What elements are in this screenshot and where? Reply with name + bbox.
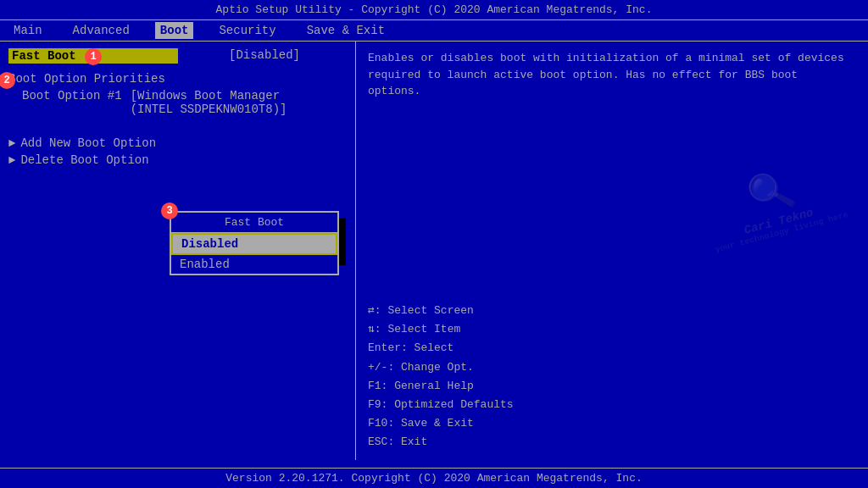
fast-boot-row[interactable]: Fast Boot [Disabled]	[8, 48, 347, 64]
menu-save-exit[interactable]: Save & Exit	[302, 22, 390, 39]
delete-boot-option[interactable]: ► Delete Boot Option	[8, 153, 347, 167]
key-f1: F1: General Help	[368, 377, 856, 396]
watermark-icon: 🔍	[743, 164, 799, 220]
bottom-bar: Version 2.20.1271. Copyright (C) 2020 Am…	[0, 468, 868, 488]
delete-boot-label[interactable]: Delete Boot Option	[20, 153, 148, 167]
add-boot-option[interactable]: ► Add New Boot Option	[8, 136, 347, 150]
boot-option1-row: Boot Option #1 [Windows Boot Manager(INT…	[22, 89, 347, 116]
arrow-add-icon: ►	[8, 136, 15, 150]
menu-main[interactable]: Main	[8, 22, 47, 39]
badge-1: 1	[85, 48, 102, 65]
title-text: Aptio Setup Utility - Copyright (C) 2020…	[216, 3, 653, 16]
key-esc: ESC: Exit	[368, 433, 856, 452]
fast-boot-value: [Disabled]	[229, 48, 300, 62]
key-enter: Enter: Select	[368, 339, 856, 358]
key-select-screen: ⇄: Select Screen	[368, 302, 856, 320]
key-select-item: ⇅: Select Item	[368, 320, 856, 339]
boot-option1-label: Boot Option #1	[22, 89, 122, 116]
key-f9: F9: Optimized Defaults	[368, 396, 856, 414]
popup-option-disabled[interactable]: Disabled	[171, 233, 337, 255]
menu-bar: Main Advanced Boot Security Save & Exit	[0, 20, 868, 42]
title-bar: Aptio Setup Utility - Copyright (C) 2020…	[0, 0, 868, 20]
key-f10: F10: Save & Exit	[368, 414, 856, 433]
boot-option1-value: [Windows Boot Manager(INTEL SSDPEKNW010T…	[131, 89, 287, 116]
menu-advanced[interactable]: Advanced	[68, 22, 135, 39]
popup-overlay: 3 Fast Boot Disabled Enabled	[170, 211, 339, 275]
bottom-text: Version 2.20.1271. Copyright (C) 2020 Am…	[225, 472, 642, 485]
badge-3: 3	[161, 202, 178, 219]
key-change-opt: +/-: Change Opt.	[368, 358, 856, 377]
menu-boot[interactable]: Boot	[155, 22, 194, 39]
popup-option-enabled[interactable]: Enabled	[171, 255, 337, 274]
main-content: 1 2 Fast Boot [Disabled] Boot Option Pri…	[0, 42, 868, 460]
watermark-tagline: your technology living here	[714, 210, 849, 255]
popup-box: 3 Fast Boot Disabled Enabled	[170, 211, 339, 275]
arrow-delete-icon: ►	[8, 153, 15, 167]
key-help: ⇄: Select Screen ⇅: Select Item Enter: S…	[368, 302, 856, 452]
watermark: 🔍 Cari Tekno your technology living here	[698, 152, 849, 254]
boot-priorities-label: Boot Option Priorities	[8, 72, 347, 86]
watermark-text: Cari Tekno	[743, 206, 815, 237]
help-text: Enables or disables boot with initializa…	[368, 50, 856, 100]
badge-2: 2	[0, 72, 15, 89]
popup-title: Fast Boot	[171, 213, 337, 233]
left-panel: 1 2 Fast Boot [Disabled] Boot Option Pri…	[0, 42, 356, 460]
add-boot-label[interactable]: Add New Boot Option	[20, 136, 156, 150]
menu-security[interactable]: Security	[214, 22, 281, 39]
right-panel: Enables or disables boot with initializa…	[356, 42, 868, 460]
